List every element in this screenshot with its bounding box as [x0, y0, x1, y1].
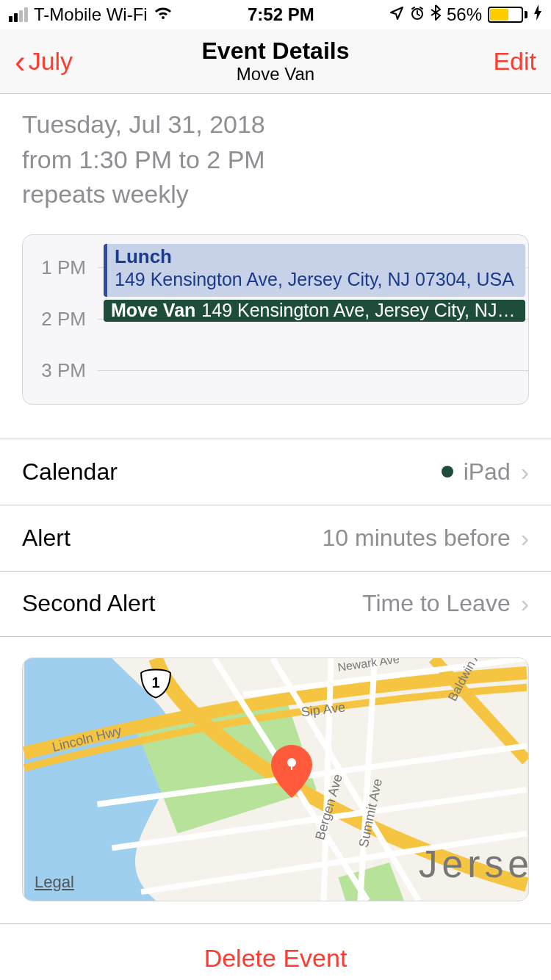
row-alert[interactable]: Alert 10 minutes before › — [0, 505, 551, 571]
alarm-icon — [410, 4, 425, 25]
settings-list: Calendar iPad › Alert 10 minutes before … — [0, 439, 551, 637]
status-time: 7:52 PM — [248, 4, 314, 25]
back-button[interactable]: ‹ July — [15, 46, 73, 78]
delete-event-button[interactable]: Delete Event — [0, 923, 551, 980]
event-date-block: Tuesday, Jul 31, 2018 from 1:30 PM to 2 … — [0, 94, 551, 234]
row-label: Calendar — [22, 458, 118, 486]
route-shield: 1 — [151, 674, 159, 691]
city-label: Jersey — [419, 843, 528, 885]
chevron-right-icon: › — [521, 458, 529, 486]
map-preview[interactable]: 1 Lincoln Hwy Sip Ave Newark Ave Bergen … — [22, 657, 529, 901]
row-value: 10 minutes before — [323, 525, 511, 552]
chevron-left-icon: ‹ — [15, 46, 26, 78]
battery-icon — [488, 7, 527, 23]
row-calendar[interactable]: Calendar iPad › — [0, 439, 551, 505]
event-time-range: from 1:30 PM to 2 PM — [22, 143, 529, 178]
row-second-alert[interactable]: Second Alert Time to Leave › — [0, 571, 551, 637]
chevron-right-icon: › — [521, 524, 529, 552]
status-left: T-Mobile Wi-Fi — [9, 4, 173, 25]
map-pin-icon — [271, 745, 312, 801]
back-label: July — [29, 47, 73, 76]
row-value: iPad — [464, 458, 511, 486]
hour-label: 2 PM — [23, 308, 98, 331]
chevron-right-icon: › — [521, 589, 529, 618]
event-location: 149 Kensington Ave, Jersey City, NJ 0730… — [201, 300, 519, 321]
hour-label: 3 PM — [23, 359, 98, 382]
carrier-label: T-Mobile Wi-Fi — [34, 4, 148, 25]
status-right: 56% — [389, 4, 542, 25]
edit-button[interactable]: Edit — [493, 47, 536, 76]
cellular-signal-icon — [9, 7, 28, 22]
page-subtitle: Move Van — [0, 64, 551, 84]
calendar-color-dot-icon — [442, 466, 453, 478]
event-location: 149 Kensington Ave, Jersey City, NJ 0730… — [115, 269, 514, 289]
row-label: Second Alert — [22, 590, 155, 617]
map-legal-link[interactable]: Legal — [35, 873, 74, 892]
wifi-icon — [154, 4, 173, 25]
nav-bar: ‹ July Event Details Move Van Edit — [0, 29, 551, 94]
event-date: Tuesday, Jul 31, 2018 — [22, 107, 529, 143]
event-title: Move Van — [111, 300, 195, 321]
svg-rect-3 — [291, 763, 292, 770]
row-label: Alert — [22, 525, 71, 552]
row-value: Time to Leave — [362, 590, 511, 617]
battery-pct: 56% — [447, 4, 482, 25]
event-repeat: repeats weekly — [22, 177, 529, 212]
hour-label: 1 PM — [23, 256, 98, 279]
timeline-event-move[interactable]: Move Van 149 Kensington Ave, Jersey City… — [104, 300, 525, 322]
charging-icon — [533, 4, 542, 25]
location-icon — [389, 4, 404, 25]
timeline-event-lunch[interactable]: Lunch 149 Kensington Ave, Jersey City, N… — [104, 244, 525, 297]
timeline-preview[interactable]: 1 PM 2 PM 3 PM Lunch 149 Kensington Ave,… — [22, 234, 529, 405]
bluetooth-icon — [431, 4, 441, 25]
status-bar: T-Mobile Wi-Fi 7:52 PM 56% — [0, 0, 551, 29]
event-title: Lunch — [115, 245, 519, 268]
page-title: Event Details — [0, 38, 551, 64]
